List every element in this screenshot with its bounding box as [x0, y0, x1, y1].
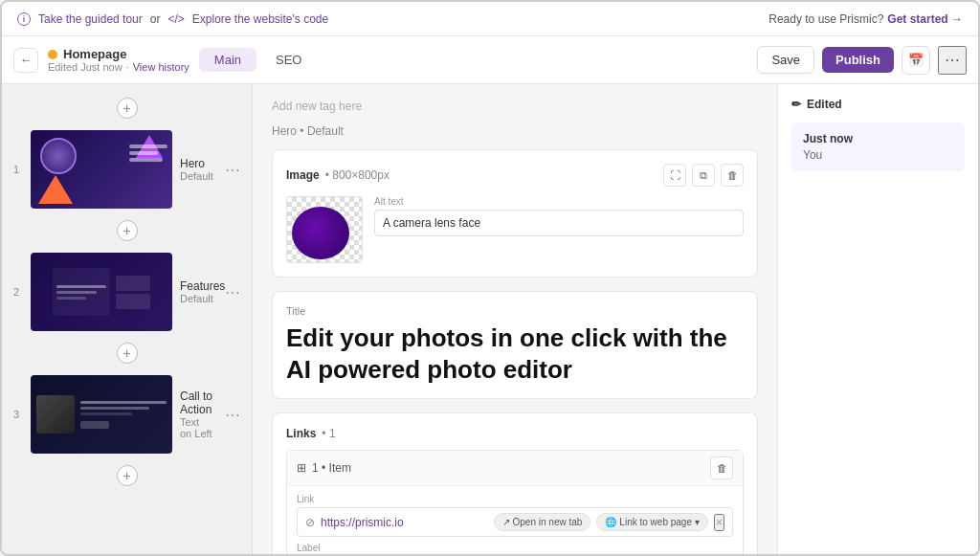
link-item-label: 1 • Item [312, 461, 351, 475]
copy-button[interactable]: ⧉ [692, 164, 715, 187]
banner-left: Take the guided tour or </> Explore the … [17, 12, 328, 26]
link-item-header: ⊞ 1 • Item 🗑 [287, 451, 743, 486]
image-block-title: Image • 800×800px [286, 168, 390, 182]
alt-text-input[interactable] [374, 210, 744, 236]
tag-input[interactable]: Add new tag here [272, 100, 758, 113]
sidebar-item-hero[interactable]: 1 Hero Default ⋯ [2, 124, 252, 214]
open-new-tab-label: Open in new tab [513, 517, 583, 527]
header-bar: Homepage Edited Just now · View history … [2, 36, 978, 84]
sidebar-item-cta[interactable]: 3 Call to Action Text on Left ⋯ [2, 369, 252, 459]
back-button[interactable] [13, 48, 38, 73]
copy-icon: ⧉ [700, 169, 707, 182]
sidebar: + 1 Hero Default [2, 84, 253, 556]
link-url-content: ⊘ https://prismic.io ↗ Open in new tab 🌐… [297, 507, 733, 537]
links-block: Links • 1 ⊞ 1 • Item 🗑 Link [272, 412, 758, 556]
page-info: Homepage Edited Just now · View history [48, 47, 189, 73]
image-block-header: Image • 800×800px ⛶ ⧉ 🗑 [286, 164, 744, 187]
sidebar-more-1[interactable]: ⋯ [221, 159, 244, 181]
link-item-icon: ⊞ [297, 461, 306, 475]
add-middle-button-2[interactable]: + [117, 343, 138, 364]
link-to-webpage-label: Link to web page [619, 517, 692, 527]
top-banner: Take the guided tour or </> Explore the … [2, 2, 978, 36]
or-text: or [150, 12, 161, 26]
info-icon [17, 12, 31, 26]
sidebar-label-main-1: Hero [180, 157, 213, 170]
sidebar-num-1: 1 [10, 164, 23, 175]
delete-button[interactable]: 🗑 [721, 164, 744, 187]
sidebar-thumb-3 [31, 375, 172, 454]
link-item-title: ⊞ 1 • Item [297, 461, 351, 475]
alt-text-label: Alt text [374, 196, 744, 207]
link-url-row: Link ⊘ https://prismic.io ↗ Open in new … [297, 494, 733, 537]
image-thumbnail[interactable] [286, 196, 363, 263]
image-title-text: Image [286, 168, 320, 182]
link-delete-button[interactable]: 🗑 [710, 456, 733, 479]
title-text[interactable]: Edit your photos in one click with the A… [286, 322, 744, 385]
link-label: Link [297, 494, 733, 504]
link-close-button[interactable]: × [714, 514, 724, 531]
trash-icon: 🗑 [727, 169, 738, 181]
publish-button[interactable]: Publish [822, 47, 894, 73]
save-button[interactable]: Save [757, 46, 814, 74]
link-url-text[interactable]: https://prismic.io [321, 516, 488, 529]
sidebar-label-main-3: Call to Action [180, 389, 213, 416]
add-middle-row-2: + [2, 337, 252, 369]
links-title-text: Links [286, 427, 316, 440]
section-label: Hero • Default [272, 124, 758, 138]
get-started-link[interactable]: Get started → [887, 12, 963, 26]
guided-tour-link[interactable]: Take the guided tour [38, 12, 143, 26]
explore-code-link[interactable]: Explore the website's code [192, 12, 328, 26]
content-area: Add new tag here Hero • Default Image • … [253, 84, 777, 556]
image-block: Image • 800×800px ⛶ ⧉ 🗑 [272, 149, 758, 278]
sidebar-label-features: Features Default [180, 279, 213, 304]
calendar-icon: 📅 [908, 53, 924, 67]
add-middle-button-1[interactable]: + [117, 220, 138, 241]
ready-text: Ready to use Prismic? [768, 12, 883, 26]
globe-icon: 🌐 [605, 517, 616, 527]
view-history-link[interactable]: View history [133, 61, 189, 73]
header-right: Save Publish 📅 ⋯ [757, 46, 967, 75]
sidebar-label-cta: Call to Action Text on Left [180, 389, 213, 439]
image-fields: Alt text [374, 196, 744, 236]
sidebar-thumb-1 [31, 130, 172, 209]
tab-seo[interactable]: SEO [260, 48, 317, 72]
add-middle-row-1: + [2, 214, 252, 247]
sidebar-label-sub-3: Text on Left [180, 416, 213, 439]
sidebar-thumb-2 [31, 253, 172, 331]
add-bottom-button[interactable]: + [117, 465, 138, 486]
sidebar-more-2[interactable]: ⋯ [221, 281, 244, 303]
add-bottom-row: + [2, 459, 252, 492]
image-size: • 800×800px [325, 168, 390, 182]
sidebar-num-2: 2 [10, 286, 23, 298]
sidebar-label-hero: Hero Default [180, 157, 213, 182]
link-trash-icon: 🗑 [717, 462, 727, 474]
more-button[interactable]: ⋯ [938, 46, 967, 75]
image-block-content: Alt text [286, 196, 744, 263]
main-layout: + 1 Hero Default [2, 84, 978, 556]
link-fields: Link ⊘ https://prismic.io ↗ Open in new … [287, 486, 743, 556]
sidebar-item-features[interactable]: 2 Features Default ⋯ [2, 247, 252, 337]
sidebar-more-3[interactable]: ⋯ [221, 404, 244, 426]
link-to-webpage-button[interactable]: 🌐 Link to web page ▾ [596, 513, 708, 531]
code-icon: </> [167, 12, 184, 26]
link-item: ⊞ 1 • Item 🗑 Link ⊘ https://prismic.io [286, 450, 744, 556]
add-top-button[interactable]: + [117, 98, 138, 119]
page-subtitle: Edited Just now · View history [48, 61, 189, 73]
tab-main[interactable]: Main [199, 48, 256, 72]
history-item: Just now You [791, 122, 965, 171]
chevron-down-icon: ▾ [695, 517, 700, 527]
calendar-button[interactable]: 📅 [902, 46, 930, 75]
open-new-tab-button[interactable]: ↗ Open in new tab [494, 513, 591, 531]
pencil-icon: ✏ [791, 98, 801, 111]
banner-right: Ready to use Prismic? Get started → [768, 12, 963, 26]
crop-button[interactable]: ⛶ [663, 164, 686, 187]
page-title-text: Homepage [63, 47, 126, 61]
sidebar-label-sub-1: Default [180, 170, 213, 182]
page-title: Homepage [48, 47, 189, 61]
panel-title: ✏ Edited [791, 98, 965, 111]
status-dot [48, 50, 57, 59]
add-top-row: + [2, 92, 252, 124]
header-left: Homepage Edited Just now · View history … [13, 47, 317, 73]
crop-icon: ⛶ [670, 169, 680, 181]
link-chain-icon: ⊘ [305, 516, 315, 529]
